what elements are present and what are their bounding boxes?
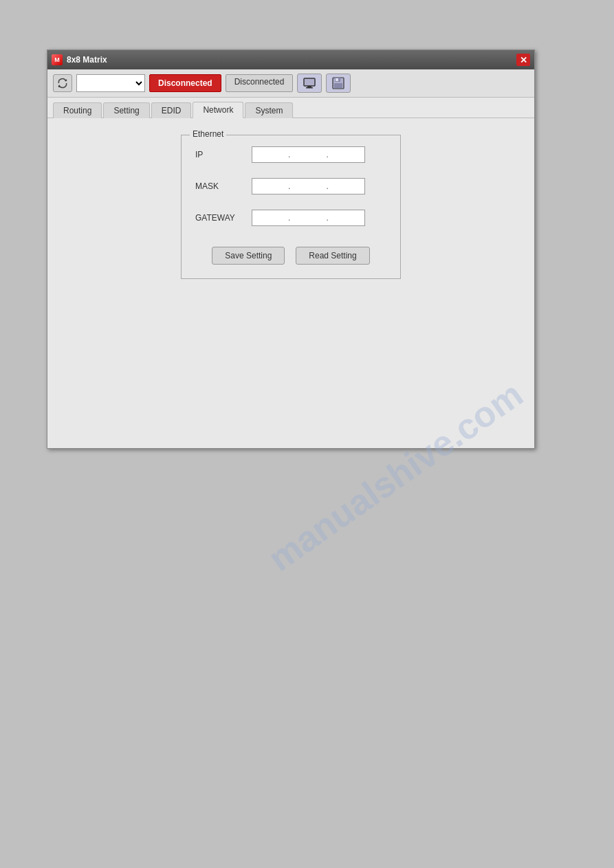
svg-rect-4 <box>306 87 313 89</box>
save-icon-button[interactable] <box>326 74 351 93</box>
ip-field[interactable]: . . <box>252 146 365 163</box>
gateway-label: GATEWAY <box>195 213 243 223</box>
mask-oct3[interactable] <box>333 181 360 191</box>
tab-routing[interactable]: Routing <box>53 102 102 118</box>
gw-oct1[interactable] <box>257 213 283 223</box>
gw-oct2[interactable] <box>295 213 321 223</box>
mask-oct2[interactable] <box>295 181 321 191</box>
content-area: Ethernet IP . . MASK <box>47 118 534 448</box>
svg-rect-3 <box>307 86 311 87</box>
app-window: M 8x8 Matrix ✕ Disconnected <box>47 49 535 449</box>
titlebar: M 8x8 Matrix ✕ <box>47 50 534 69</box>
tab-system[interactable]: System <box>245 102 293 118</box>
window-title: 8x8 Matrix <box>67 55 107 65</box>
refresh-button[interactable] <box>53 74 72 92</box>
svg-rect-7 <box>336 78 338 81</box>
mask-label: MASK <box>195 181 243 191</box>
svg-rect-8 <box>334 83 342 88</box>
connect-button[interactable]: Disconnected <box>149 74 221 92</box>
close-button[interactable]: ✕ <box>516 54 530 66</box>
monitor-icon <box>303 76 316 90</box>
svg-rect-2 <box>304 78 315 86</box>
mask-oct1[interactable] <box>257 181 283 191</box>
ip-label: IP <box>195 150 243 159</box>
ethernet-group: Ethernet IP . . MASK <box>181 135 401 279</box>
gateway-field[interactable]: . . <box>252 210 365 226</box>
mask-row: MASK . . <box>195 178 386 194</box>
tab-setting[interactable]: Setting <box>103 102 149 118</box>
tabs-bar: Routing Setting EDID Network System <box>47 98 534 118</box>
monitor-button[interactable] <box>297 74 322 93</box>
ip-oct1[interactable] <box>257 150 283 159</box>
ip-oct3[interactable] <box>333 150 360 159</box>
gateway-row: GATEWAY . . <box>195 210 386 226</box>
group-label: Ethernet <box>190 129 226 139</box>
save-setting-button[interactable]: Save Setting <box>212 247 285 265</box>
port-select[interactable] <box>76 74 145 92</box>
tab-edid[interactable]: EDID <box>151 102 192 118</box>
app-icon: M <box>52 54 63 65</box>
toolbar: Disconnected Disconnected <box>47 69 534 98</box>
ip-oct2[interactable] <box>295 150 321 159</box>
mask-field[interactable]: . . <box>252 178 365 194</box>
gw-oct3[interactable] <box>333 213 360 223</box>
read-setting-button[interactable]: Read Setting <box>296 247 369 265</box>
ip-row: IP . . <box>195 146 386 163</box>
tab-network[interactable]: Network <box>193 102 243 118</box>
status-label: Disconnected <box>226 74 294 92</box>
buttons-row: Save Setting Read Setting <box>195 247 386 265</box>
floppy-icon <box>331 76 345 90</box>
